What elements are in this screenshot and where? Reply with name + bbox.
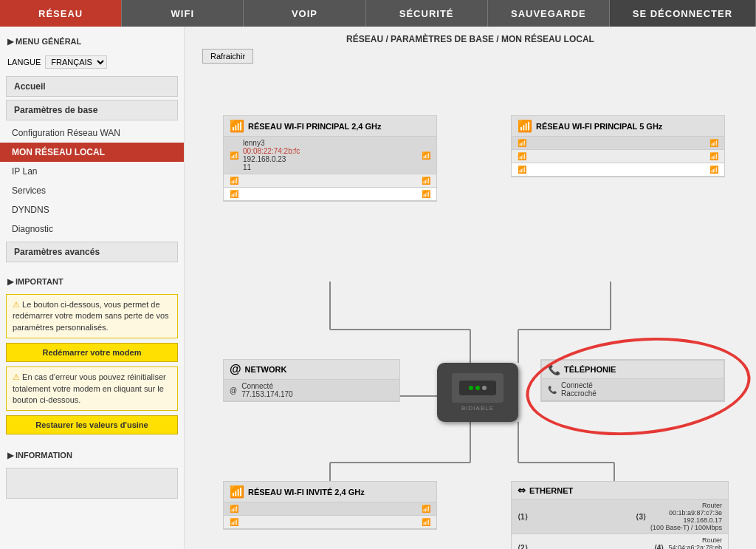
network-info: Connecté 77.153.174.170: [241, 382, 293, 398]
network-status-row: @ Connecté 77.153.174.170: [224, 380, 399, 401]
sidebar-dyndns[interactable]: DYNDNS: [0, 200, 184, 219]
wifi-5-row3: 📶 📶: [512, 163, 724, 177]
wifi5-icon-r3b: 📶: [709, 166, 718, 174]
network-box: @ NETWORK @ Connecté 77.153.174.170: [223, 359, 400, 402]
wifi5-icon-r3: 📶: [518, 166, 526, 174]
info-box: [6, 468, 178, 499]
sidebar-diagnostic[interactable]: Diagnostic: [0, 219, 184, 239]
langue-row: LANGUE FRANÇAIS ENGLISH: [0, 51, 184, 73]
ethernet-box: ⇔ ETHERNET ⟨1⟩ ⟨3⟩ Router 00:1b:a9:87:c7…: [511, 481, 729, 549]
warning-box-2: ⚠ En cas d'erreur vous pouvez réinitiali…: [6, 366, 178, 411]
eth-row1: ⟨1⟩ ⟨3⟩ Router 00:1b:a9:87:c7:3e 192.168…: [512, 499, 728, 534]
menu-general-header[interactable]: ▶ MENU GÉNÉRAL: [0, 33, 184, 51]
ethernet-header: ⇔ ETHERNET: [512, 482, 728, 499]
tab-logout[interactable]: SE DÉCONNECTER: [610, 0, 756, 27]
wifi-icon-r2: 📶: [230, 177, 238, 185]
langue-select[interactable]: FRANÇAIS ENGLISH: [45, 55, 107, 69]
wifi-invite-box: 📶 RÉSEAU WI-FI INVITÉ 2,4 GHz 📶 📶 📶 📶: [223, 481, 437, 530]
sidebar-services[interactable]: Services: [0, 181, 184, 200]
accueil-button[interactable]: Accueil: [6, 76, 178, 97]
wifi-24-icon: 📶: [230, 119, 244, 133]
at-icon: @: [230, 363, 241, 376]
restore-button[interactable]: Restaurer les valeurs d'usine: [6, 415, 178, 434]
wifi-5-title: RÉSEAU WI-FI PRINCIPAL 5 GHz: [536, 122, 662, 131]
wifi5-icon-r2b: 📶: [709, 152, 718, 160]
eth-device-info-2: Router 54:04:a6:2a:78:eb 192.168.0.15: [668, 536, 722, 549]
parametres-avances-button[interactable]: Paramètres avancés: [6, 242, 178, 262]
wifi-5-row1: 📶 📶: [512, 137, 724, 150]
sidebar-ip-lan[interactable]: IP Lan: [0, 162, 184, 181]
wifi5-icon-r1: 📶: [518, 139, 526, 147]
wifi-24-row3: 📶 📶: [224, 188, 436, 201]
wifi-inv-icon-r2b: 📶: [422, 518, 430, 526]
tab-reseau[interactable]: RÉSEAU: [0, 0, 122, 27]
important-header: ▶ IMPORTANT: [0, 273, 184, 291]
warn-icon-2: ⚠: [13, 372, 20, 381]
modem-label: BIDIABLE: [461, 405, 494, 412]
sidebar-config-wan[interactable]: Configuration Réseau WAN: [0, 123, 184, 143]
phone-handset-icon: 📞: [548, 386, 557, 394]
wifi-24-wifi-icon: 📶: [230, 151, 238, 160]
wifi-invite-row1: 📶 📶: [224, 502, 436, 516]
at-icon-row: @: [230, 386, 237, 395]
main-layout: ▶ MENU GÉNÉRAL LANGUE FRANÇAIS ENGLISH A…: [0, 27, 756, 549]
wifi-inv-icon-r1b: 📶: [422, 505, 430, 513]
wifi-5-icon: 📶: [518, 119, 532, 133]
eth-port1-icon: ⟨1⟩: [518, 513, 528, 521]
led-3: [482, 386, 487, 390]
warning-text-2: En cas d'erreur vous pouvez réinitialise…: [13, 372, 166, 404]
telephonie-header: 📞 TÉLÉPHONIE: [542, 361, 724, 379]
tab-voip[interactable]: VOIP: [244, 0, 365, 27]
tab-wifi[interactable]: WIFI: [122, 0, 244, 27]
wifi-24-device-info: lenny3 00:08:22:74:2b:fc 192.168.0.23 11: [243, 139, 300, 171]
telephonie-title: TÉLÉPHONIE: [564, 365, 616, 374]
wifi-invite-row2: 📶 📶: [224, 516, 436, 529]
parametres-base-button[interactable]: Paramètres de base: [6, 100, 178, 120]
led-2: [475, 386, 480, 390]
modem-box: BIDIABLE: [437, 363, 518, 422]
eth-device-info-1: Router 00:1b:a9:87:c7:3e 192.168.0.17 (1…: [650, 502, 722, 531]
eth-icon: ⇔: [518, 485, 526, 496]
langue-label: LANGUE: [7, 58, 41, 67]
content-area: RÉSEAU / PARAMÈTRES DE BASE / MON RÉSEAU…: [185, 27, 756, 549]
tab-securite[interactable]: SÉCURITÉ: [366, 0, 488, 27]
menu-general-label: ▶ MENU GÉNÉRAL: [7, 37, 81, 47]
sidebar-mon-reseau-local[interactable]: MON RÉSEAU LOCAL: [0, 143, 184, 162]
telephonie-box: 📞 TÉLÉPHONIE 📞 Connecté Raccroché: [540, 359, 725, 402]
breadcrumb: RÉSEAU / PARAMÈTRES DE BASE / MON RÉSEAU…: [195, 34, 746, 44]
wifi5-icon-r2: 📶: [518, 152, 526, 160]
warning-box-1: ⚠ Le bouton ci-dessous, vous permet de r…: [6, 294, 178, 338]
network-diagram: 📶 RÉSEAU WI-FI PRINCIPAL 2,4 GHz 📶 lenny…: [201, 71, 740, 499]
wifi-24-row2: 📶 📶: [224, 174, 436, 188]
wifi-inv-icon-r1: 📶: [230, 505, 238, 513]
eth-row2: ⟨2⟩ ⟨4⟩ Router 54:04:a6:2a:78:eb 192.168…: [512, 534, 728, 549]
warning-text-1: Le bouton ci-dessous, vous permet de red…: [13, 300, 169, 332]
wifi-invite-header: 📶 RÉSEAU WI-FI INVITÉ 2,4 GHz: [224, 482, 436, 502]
wifi-24-box: 📶 RÉSEAU WI-FI PRINCIPAL 2,4 GHz 📶 lenny…: [223, 115, 437, 202]
wifi-inv-icon-r2: 📶: [230, 518, 238, 526]
eth-port2-icon: ⟨2⟩: [518, 544, 528, 550]
network-title: NETWORK: [245, 365, 287, 374]
restart-button[interactable]: Redémarrer votre modem: [6, 343, 178, 362]
tab-sauvegarde[interactable]: SAUVEGARDE: [488, 0, 610, 27]
wifi-24-header: 📶 RÉSEAU WI-FI PRINCIPAL 2,4 GHz: [224, 116, 436, 137]
wifi-invite-title: RÉSEAU WI-FI INVITÉ 2,4 GHz: [248, 488, 365, 497]
wifi5-icon-r1b: 📶: [709, 139, 718, 147]
telephonie-info: Connecté Raccroché: [561, 381, 597, 398]
wifi-5-box: 📶 RÉSEAU WI-FI PRINCIPAL 5 GHz 📶 📶 📶 📶 📶: [511, 115, 725, 177]
eth-port3-icon: ⟨3⟩: [636, 513, 646, 521]
wifi-24-device-row: 📶 lenny3 00:08:22:74:2b:fc 192.168.0.23 …: [224, 137, 436, 174]
phone-icon: 📞: [548, 364, 560, 375]
wifi-5-row2: 📶 📶: [512, 150, 724, 163]
sidebar: ▶ MENU GÉNÉRAL LANGUE FRANÇAIS ENGLISH A…: [0, 27, 185, 549]
refresh-button[interactable]: Rafraichir: [202, 49, 253, 64]
led-1: [469, 386, 473, 390]
wifi-24-arrow-icon: 📶: [422, 151, 430, 160]
eth-port4-icon: ⟨4⟩: [654, 544, 664, 550]
wifi-icon-r3b: 📶: [422, 190, 430, 198]
wifi-icon-r3: 📶: [230, 190, 238, 198]
info-header: ▶ INFORMATION: [0, 446, 184, 465]
telephonie-status-row: 📞 Connecté Raccroché: [542, 379, 724, 400]
wifi-invite-icon: 📶: [230, 485, 244, 499]
ethernet-title: ETHERNET: [529, 486, 573, 495]
